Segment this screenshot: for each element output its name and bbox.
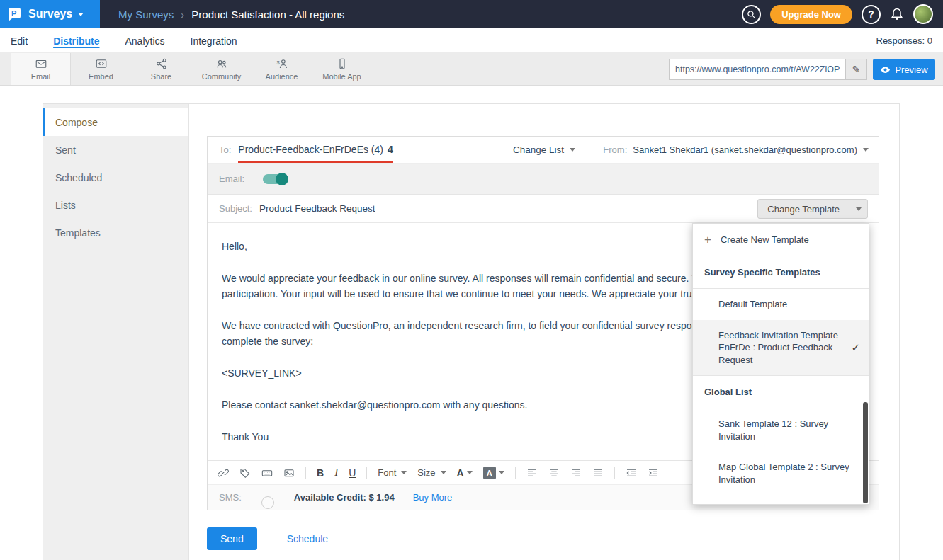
change-list-dropdown[interactable]: Change List <box>513 144 575 155</box>
email-sidebar: Compose Sent Scheduled Lists Templates <box>43 104 189 560</box>
align-left-button[interactable] <box>526 467 538 479</box>
template-item-global-3[interactable]: Test Global Test G : Test PAA G <box>693 495 869 505</box>
sidebar-item-sent[interactable]: Sent <box>43 136 188 164</box>
embed-code-icon <box>95 57 108 70</box>
template-item-global-1[interactable]: Sank Template 12 : Survey Invitation <box>693 408 869 452</box>
background-color-button[interactable]: A <box>483 467 504 479</box>
subject-row: Subject: Product Feedback Request Change… <box>208 195 879 223</box>
menu-scrollbar-thumb[interactable] <box>863 402 868 503</box>
send-button[interactable]: Send <box>207 527 257 550</box>
insert-link-button[interactable] <box>218 467 229 479</box>
svg-text:P: P <box>11 9 16 18</box>
bell-icon <box>890 7 904 21</box>
change-template-menu: + Create New Template Survey Specific Te… <box>692 223 869 505</box>
plus-icon: + <box>704 234 711 246</box>
schedule-link[interactable]: Schedule <box>287 533 328 544</box>
chevron-down-icon <box>849 200 867 218</box>
change-template-label: Change Template <box>758 204 849 215</box>
bold-button[interactable]: B <box>317 467 324 479</box>
toolbar-divider <box>614 467 615 479</box>
text-color-label: A <box>457 467 464 479</box>
create-new-template-label: Create New Template <box>721 234 809 245</box>
template-item-selected[interactable]: Feedback Invitation Template EnFrDe : Pr… <box>693 320 869 377</box>
subject-input[interactable]: Product Feedback Request <box>259 203 375 214</box>
edit-url-button[interactable]: ✎ <box>845 59 866 79</box>
from-label: From: <box>603 144 627 155</box>
method-label: Share <box>151 72 171 81</box>
font-select-label: Font <box>378 467 396 478</box>
align-right-button[interactable] <box>570 467 582 479</box>
text-color-button[interactable]: A <box>457 467 473 479</box>
email-toggle[interactable] <box>263 174 287 184</box>
product-switcher[interactable]: P Surveys <box>0 0 100 28</box>
change-template-button[interactable]: Change Template <box>757 199 868 219</box>
share-icon <box>155 57 168 70</box>
survey-nav: Edit Distribute Analytics Integration Re… <box>0 28 943 53</box>
preview-button[interactable]: Preview <box>873 59 935 80</box>
keyboard-button[interactable] <box>261 467 273 479</box>
chevron-down-icon <box>467 471 473 474</box>
svg-text:$: $ <box>276 59 280 66</box>
responses-count: Responses: 0 <box>876 35 933 46</box>
sidebar-item-templates[interactable]: Templates <box>43 219 188 246</box>
survey-url-input[interactable] <box>670 59 845 79</box>
chevron-down-icon <box>499 471 504 474</box>
method-embed[interactable]: Embed <box>71 53 131 85</box>
email-toggle-row: Email: <box>208 164 879 195</box>
indent-button[interactable] <box>648 467 659 479</box>
mobile-phone-icon <box>336 57 349 70</box>
tab-integration[interactable]: Integration <box>191 30 237 51</box>
sidebar-item-lists[interactable]: Lists <box>43 191 188 219</box>
chevron-down-icon <box>441 471 446 474</box>
align-center-button[interactable] <box>548 467 560 479</box>
template-item-global-2[interactable]: Map Global Template 2 : Survey Invitatio… <box>693 452 869 495</box>
survey-title: Product Satisfaction - All regions <box>191 8 344 21</box>
create-new-template-item[interactable]: + Create New Template <box>693 224 869 256</box>
menu-section-global-list: Global List <box>693 376 869 408</box>
upgrade-now-button[interactable]: Upgrade Now <box>770 5 852 24</box>
breadcrumb-my-surveys[interactable]: My Surveys <box>118 8 174 21</box>
email-workspace: Compose Sent Scheduled Lists Templates T… <box>43 103 900 560</box>
from-value: Sanket1 Shekdar1 (sanket.shekdar@questio… <box>633 144 857 155</box>
toolbar-divider <box>305 467 306 479</box>
tab-analytics[interactable]: Analytics <box>125 30 164 51</box>
method-audience[interactable]: $ Audience <box>252 53 312 85</box>
tab-edit[interactable]: Edit <box>11 30 28 51</box>
method-share[interactable]: Share <box>131 53 191 85</box>
recipient-list[interactable]: Product-Feedback-EnFrDeEs (4) 4 <box>238 144 393 156</box>
italic-button[interactable]: I <box>334 467 338 479</box>
chevron-down-icon <box>863 148 869 152</box>
template-item-default[interactable]: Default Template <box>693 289 869 320</box>
user-avatar[interactable] <box>913 4 933 24</box>
outdent-button[interactable] <box>626 467 637 479</box>
email-icon <box>35 57 47 70</box>
help-button[interactable]: ? <box>862 5 881 24</box>
underline-button[interactable]: U <box>349 467 356 479</box>
merge-tag-button[interactable] <box>239 467 251 479</box>
notifications-button[interactable] <box>890 7 904 21</box>
from-dropdown[interactable]: From: Sanket1 Shekdar1 (sanket.shekdar@q… <box>603 144 869 155</box>
method-email[interactable]: Email <box>11 53 71 85</box>
method-label: Email <box>31 72 51 81</box>
breadcrumb: My Surveys › Product Satisfaction - All … <box>118 8 344 21</box>
survey-url-box: ✎ <box>669 59 867 80</box>
insert-image-button[interactable] <box>283 467 295 479</box>
method-community[interactable]: Community <box>191 53 252 85</box>
font-family-select[interactable]: Font <box>378 467 407 478</box>
method-label: Mobile App <box>322 72 361 81</box>
sidebar-item-scheduled[interactable]: Scheduled <box>43 164 188 191</box>
compose-content: To: Product-Feedback-EnFrDeEs (4) 4 Chan… <box>189 104 899 560</box>
toolbar-divider <box>515 467 516 479</box>
font-size-select[interactable]: Size <box>417 467 446 478</box>
sms-label: SMS: <box>219 492 242 503</box>
buy-more-link[interactable]: Buy More <box>413 492 453 503</box>
search-icon <box>747 10 756 19</box>
email-toggle-label: Email: <box>219 173 244 184</box>
toolbar-divider <box>366 467 367 479</box>
toggle-knob <box>261 496 274 509</box>
search-button[interactable] <box>742 5 761 24</box>
sidebar-item-compose[interactable]: Compose <box>43 108 188 136</box>
method-mobile-app[interactable]: Mobile App <box>312 53 372 85</box>
align-justify-button[interactable] <box>592 467 604 479</box>
tab-distribute[interactable]: Distribute <box>53 30 99 51</box>
